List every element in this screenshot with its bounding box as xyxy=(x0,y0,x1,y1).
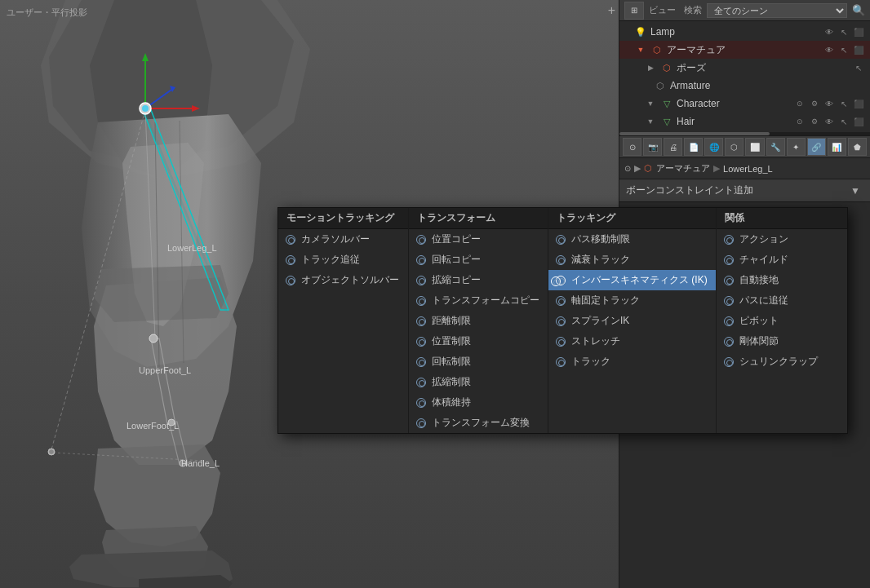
menu-item-limit-rotation[interactable]: 回転制限 xyxy=(409,351,548,372)
label-handle: Handle_L xyxy=(181,458,220,468)
menu-item-copy-transform[interactable]: トランスフォームコピー xyxy=(409,290,548,311)
char-icon2[interactable]: ⚙ xyxy=(808,97,821,110)
menu-item-damped-track[interactable]: 減衰トラック xyxy=(548,250,716,270)
prop-icon-data[interactable]: 📊 xyxy=(828,138,846,156)
hair-visibility[interactable]: 👁 xyxy=(823,115,836,128)
svg-marker-25 xyxy=(170,86,175,92)
link-icon-transform-transform xyxy=(415,418,427,429)
bone-constraint-add-header: ボーンコンストレイント追加 ▼ xyxy=(619,179,870,202)
menu-item-rigid-body-joint[interactable]: 剛体関節 xyxy=(717,331,847,351)
lamp-label: Lamp xyxy=(650,26,819,38)
menu-item-follow-path[interactable]: パスに追従 xyxy=(717,290,847,311)
prop-icon-modifier[interactable]: 🔧 xyxy=(766,138,785,156)
breadcrumb-item-bone[interactable]: LowerLeg_L xyxy=(723,164,773,174)
prop-icon-render[interactable]: 📷 xyxy=(643,138,662,156)
tree-item-lamp[interactable]: 💡 Lamp 👁 ↖ ⬛ xyxy=(619,23,870,41)
link-icon-ik xyxy=(555,275,566,286)
outliner-search-label: 検索 xyxy=(684,4,702,16)
outliner-view-label: ビュー xyxy=(649,4,676,16)
svg-line-12 xyxy=(180,121,184,363)
lamp-visibility-icon[interactable]: 👁 xyxy=(823,25,836,38)
prop-icon-scene2[interactable]: 🌐 xyxy=(704,138,723,156)
link-icon-pivot xyxy=(723,316,735,327)
armature-sub-icon: ⬡ xyxy=(654,79,667,92)
menu-item-limit-scale[interactable]: 拡縮制限 xyxy=(409,372,548,392)
bone-constraint-label: ボーンコンストレイント追加 xyxy=(626,183,753,197)
bone-constraint-dropdown[interactable]: ▼ xyxy=(847,183,863,199)
menu-item-camera-solver[interactable]: カメラソルバー xyxy=(278,229,408,250)
link-icon-clamp-to xyxy=(555,234,566,245)
tree-item-hair[interactable]: ▼ ▽ Hair ⊙ ⚙ 👁 ↖ ⬛ xyxy=(619,113,870,130)
char-visibility[interactable]: 👁 xyxy=(823,97,836,110)
menu-item-maintain-volume[interactable]: 体積維持 xyxy=(409,392,548,413)
hair-icon2[interactable]: ⚙ xyxy=(808,115,821,128)
hair-cursor[interactable]: ↖ xyxy=(837,115,850,128)
hair-icon1[interactable]: ⊙ xyxy=(793,115,806,128)
prop-icon-constraints[interactable]: 🔗 xyxy=(807,138,826,156)
menu-item-floor[interactable]: 自動接地 xyxy=(717,270,847,290)
menu-column-relationship: 関係 アクション チャイルド 自動接地 パスに追従 ピボット 剛体関節 シュリン… xyxy=(717,208,847,433)
char-render[interactable]: ⬛ xyxy=(852,97,865,110)
prop-icon-material[interactable]: ⬟ xyxy=(848,138,867,156)
prop-icon-object[interactable]: ⬜ xyxy=(745,138,764,156)
viewport-plus-button[interactable]: + xyxy=(608,3,615,18)
menu-item-pivot[interactable]: ピボット xyxy=(717,311,847,331)
menu-item-locked-track[interactable]: 軸固定トラック xyxy=(548,290,716,311)
menu-item-limit-distance[interactable]: 距離制限 xyxy=(409,311,548,331)
search-icon: 🔍 xyxy=(852,4,865,16)
tree-item-character[interactable]: ▼ ▽ Character ⊙ ⚙ 👁 ↖ ⬛ xyxy=(619,95,870,113)
menu-item-transform-transform[interactable]: トランスフォーム変換 xyxy=(409,413,548,433)
breadcrumb-item-armature[interactable]: ⬡ アーマチュア xyxy=(644,162,710,175)
svg-line-11 xyxy=(155,122,159,367)
svg-line-24 xyxy=(145,90,171,108)
outliner-header: ⊞ ビュー 検索 全てのシーン 🔍 xyxy=(619,0,870,21)
pose-action-icon[interactable]: ↖ xyxy=(852,61,865,74)
menu-item-action[interactable]: アクション xyxy=(717,229,847,250)
char-cursor[interactable]: ↖ xyxy=(837,97,850,110)
outliner-view-button[interactable]: ⊞ xyxy=(624,2,644,20)
menu-item-clamp-to[interactable]: パス移動制限 xyxy=(548,229,716,250)
prop-icon-world[interactable]: ⬡ xyxy=(725,138,743,156)
prop-icon-particles[interactable]: ✦ xyxy=(787,138,806,156)
menu-item-shrinkwrap[interactable]: シュリンクラップ xyxy=(717,351,847,372)
menu-item-copy-location[interactable]: 位置コピー xyxy=(409,229,548,250)
svg-marker-23 xyxy=(142,53,149,61)
menu-item-track-follow[interactable]: トラック追従 xyxy=(278,250,408,270)
link-icon-track-follow xyxy=(285,254,296,266)
lamp-render-icon[interactable]: ⬛ xyxy=(852,25,865,38)
hair-render[interactable]: ⬛ xyxy=(852,115,865,128)
lamp-icon: 💡 xyxy=(634,25,647,38)
svg-line-15 xyxy=(145,110,155,338)
lamp-actions: 👁 ↖ ⬛ xyxy=(823,25,865,38)
menu-item-track-to[interactable]: トラック xyxy=(548,351,716,372)
hair-icon: ▽ xyxy=(660,115,673,128)
tree-item-pose[interactable]: ▶ ⬡ ポーズ ↖ xyxy=(619,59,870,77)
menu-item-ik[interactable]: インバースキネマティクス (IK) xyxy=(548,270,716,290)
armature-visibility-icon[interactable]: 👁 xyxy=(823,43,836,56)
armature-cursor-icon[interactable]: ↖ xyxy=(837,43,850,56)
menu-item-child-of[interactable]: チャイルド xyxy=(717,250,847,270)
menu-header-transform: トランスフォーム xyxy=(409,208,548,229)
menu-item-object-solver[interactable]: オブジェクトソルバー xyxy=(278,270,408,290)
tree-item-armature-sub[interactable]: ⬡ Armature xyxy=(619,77,870,95)
scene-selector[interactable]: 全てのシーン xyxy=(707,3,847,18)
prop-icon-output[interactable]: 🖨 xyxy=(664,138,682,156)
character-icon: ▽ xyxy=(660,97,673,110)
menu-item-limit-location[interactable]: 位置制限 xyxy=(409,331,548,351)
menu-item-stretch-to[interactable]: ストレッチ xyxy=(548,331,716,351)
menu-item-copy-scale[interactable]: 拡縮コピー xyxy=(409,270,548,290)
link-icon-limit-dist xyxy=(415,316,427,327)
armature-render-icon[interactable]: ⬛ xyxy=(852,43,865,56)
lamp-cursor-icon[interactable]: ↖ xyxy=(837,25,850,38)
char-icon1[interactable]: ⊙ xyxy=(793,97,806,110)
svg-point-27 xyxy=(149,334,158,343)
menu-item-spline-ik[interactable]: スプラインIK xyxy=(548,311,716,331)
outliner-header-icons: ⊞ xyxy=(624,2,644,20)
link-icon-limit-loc xyxy=(415,336,427,347)
menu-item-copy-rotation[interactable]: 回転コピー xyxy=(409,250,548,270)
pose-expand-icon: ▶ xyxy=(644,61,657,74)
prop-icon-view-layer[interactable]: 📄 xyxy=(684,138,703,156)
svg-point-30 xyxy=(48,449,55,455)
prop-icon-scene[interactable]: ⊙ xyxy=(623,138,641,156)
tree-item-armature[interactable]: ▼ ⬡ アーマチュア 👁 ↖ ⬛ xyxy=(619,41,870,59)
